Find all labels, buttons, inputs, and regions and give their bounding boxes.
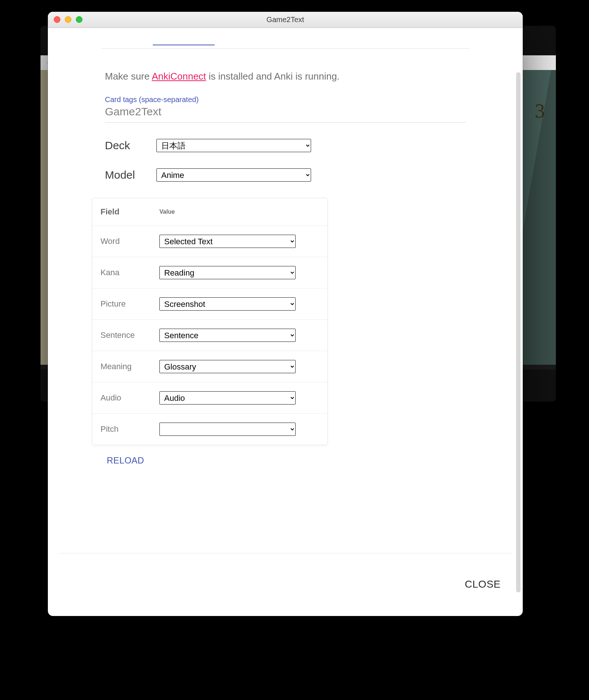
tab-media[interactable]: MEDIA [356, 31, 383, 45]
model-select[interactable]: Anime [156, 168, 311, 182]
field-value-select[interactable]: Selected Text [159, 235, 296, 248]
card-tags-value: Game2Text [105, 105, 466, 118]
dialog-content: ANKICONNECT DICTIONARIES MEDIA Make sure… [48, 28, 523, 616]
model-label: Model [105, 169, 142, 181]
field-value-select[interactable]: Audio [159, 391, 296, 405]
card-tags-field[interactable]: Card tags (space-separated) Game2Text [105, 95, 466, 123]
table-header: Field Value [92, 198, 327, 225]
traffic-lights[interactable] [54, 16, 82, 23]
window-minimize-button[interactable] [65, 16, 71, 23]
footer-separator [59, 553, 512, 553]
settings-window: Game2Text ANKICONNECT DICTIONARIES MEDIA… [48, 12, 523, 616]
instruction-pre: Make sure [105, 71, 152, 82]
field-name: Word [100, 237, 159, 246]
reload-button[interactable]: RELOAD [107, 455, 144, 466]
table-row: Kana Reading [92, 257, 327, 288]
field-name: Sentence [100, 330, 159, 340]
window-zoom-button[interactable] [76, 16, 82, 23]
field-name: Picture [100, 299, 159, 309]
field-name: Kana [100, 268, 159, 277]
col-value: Value [159, 209, 175, 215]
vertical-scrollbar[interactable] [516, 57, 521, 607]
model-row: Model Anime [105, 168, 466, 182]
deck-select[interactable]: 日本語 [156, 139, 311, 152]
table-row: Pitch [92, 413, 327, 445]
window-title: Game2Text [267, 15, 304, 24]
card-tags-label: Card tags (space-separated) [105, 95, 466, 104]
ankiconnect-link[interactable]: AnkiConnect [152, 71, 206, 82]
deck-label: Deck [105, 139, 142, 152]
col-field: Field [100, 207, 159, 217]
window-close-button[interactable] [54, 16, 60, 23]
deck-row: Deck 日本語 [105, 139, 466, 152]
field-value-select[interactable]: Sentence [159, 329, 296, 342]
tab-ankiconnect[interactable]: ANKICONNECT [153, 31, 215, 45]
close-button[interactable]: CLOSE [465, 578, 501, 590]
scrollbar-thumb[interactable] [516, 72, 521, 592]
titlebar: Game2Text [48, 12, 523, 28]
tab-dictionaries[interactable]: DICTIONARIES [255, 31, 315, 45]
bg-number-3: 3 [535, 99, 545, 122]
instruction-post: is installed and Anki is running. [206, 71, 340, 82]
field-name: Pitch [100, 424, 159, 434]
table-row: Sentence Sentence [92, 319, 327, 351]
field-name: Meaning [100, 362, 159, 371]
field-value-select[interactable]: Reading [159, 266, 296, 279]
field-mapping-table: Field Value Word Selected Text Kana Read… [92, 198, 328, 445]
table-row: Meaning Glossary [92, 351, 327, 382]
table-row: Word Selected Text [92, 225, 327, 257]
table-row: Audio Audio [92, 382, 327, 413]
field-name: Audio [100, 393, 159, 403]
field-value-select[interactable] [159, 423, 296, 436]
tabs: ANKICONNECT DICTIONARIES MEDIA [101, 28, 469, 49]
field-value-select[interactable]: Screenshot [159, 297, 296, 311]
instruction-text: Make sure AnkiConnect is installed and A… [105, 71, 466, 82]
table-row: Picture Screenshot [92, 288, 327, 319]
field-value-select[interactable]: Glossary [159, 360, 296, 373]
